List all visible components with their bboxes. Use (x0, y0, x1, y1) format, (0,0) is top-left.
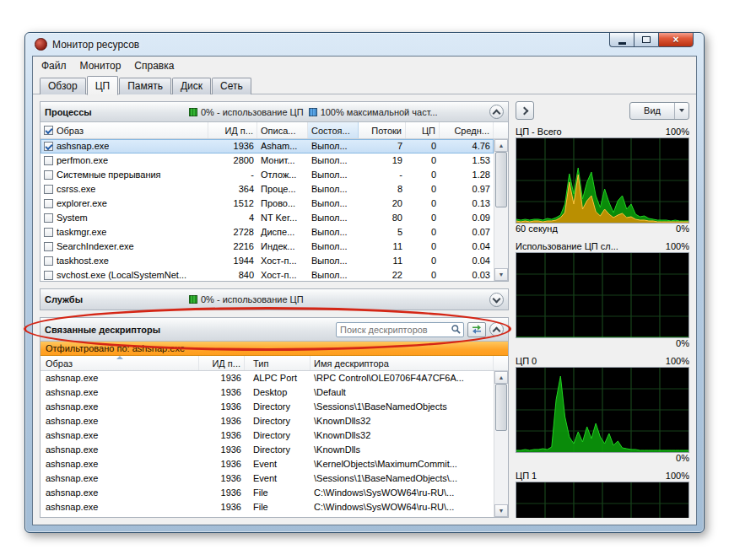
tab[interactable]: Сеть (212, 78, 251, 94)
scroll-up-button[interactable]: ▲ (494, 139, 508, 152)
process-row[interactable]: taskhost.exe 1944 Хост-п... Выпол... 11 … (40, 254, 494, 268)
process-row[interactable]: csrss.exe 364 Проце... Выпол... 8 0 0.97 (40, 182, 494, 197)
cell-image: ashsnap.exe (40, 371, 199, 385)
tab[interactable]: Диск (172, 78, 211, 94)
column-description[interactable]: Описа... (257, 122, 308, 138)
select-all-checkbox[interactable] (44, 126, 53, 135)
cell-status: Выпол... (308, 182, 359, 197)
tab[interactable]: Обзор (40, 78, 86, 94)
process-row[interactable]: ashsnap.exe 1936 Asham... Выпол... 7 0 4… (40, 139, 494, 153)
menu-item[interactable]: Справка (127, 58, 181, 73)
column-handle-pid[interactable]: ИД п... (199, 356, 245, 370)
scroll-down-button[interactable]: ▼ (494, 504, 508, 517)
collapse-charts-button[interactable] (516, 101, 534, 120)
search-input[interactable] (340, 325, 451, 335)
column-average-cpu[interactable]: Средн... (440, 122, 494, 138)
process-checkbox[interactable] (44, 242, 53, 251)
chart-title: ЦП 0 (516, 356, 537, 366)
cell-average-cpu: 1.53 (440, 153, 494, 168)
scroll-up-button[interactable]: ▲ (494, 371, 508, 384)
column-handle-image[interactable]: Образ (40, 356, 199, 370)
handle-row[interactable]: ashsnap.exe 1936 Directory \Sessions\1\B… (40, 400, 494, 414)
left-column: Процессы 0% - использование ЦП 100% макс… (40, 101, 509, 518)
handle-row[interactable]: ashsnap.exe 1936 Event \Sessions\1\BaseN… (40, 471, 494, 486)
cell-image: ashsnap.exe (40, 400, 199, 414)
process-row[interactable]: svchost.exe (LocalSystemNet... 840 Хост-… (40, 268, 494, 281)
handle-scrollbar[interactable]: ▲ ▼ (494, 371, 508, 517)
close-icon: × (672, 34, 678, 46)
column-handle-type[interactable]: Тип (245, 356, 310, 370)
view-button[interactable]: Вид (629, 102, 689, 120)
cell-status: Выпол... (308, 153, 359, 168)
column-cpu[interactable]: ЦП (406, 122, 440, 138)
triangle-up-icon: ▲ (499, 374, 505, 380)
close-button[interactable]: × (658, 32, 694, 47)
process-checkbox[interactable] (44, 213, 53, 223)
scrollbar-track[interactable] (494, 384, 508, 504)
view-dropdown-arrow[interactable] (674, 103, 688, 119)
handle-row[interactable]: ashsnap.exe 1936 Directory \KnownDlls32 (40, 414, 494, 428)
process-row[interactable]: taskmgr.exe 2728 Диспе... Выпол... 5 0 0… (40, 225, 494, 240)
handle-row[interactable]: ashsnap.exe 1936 ALPC Port \RPC Control\… (40, 371, 494, 385)
process-row[interactable]: System 4 NT Ker... Выпол... 80 0 0.09 (40, 211, 494, 225)
process-checkbox[interactable] (44, 256, 53, 266)
tab[interactable]: Память (119, 78, 171, 94)
process-row[interactable]: perfmon.exe 2800 Монит... Выпол... 19 0 … (40, 153, 494, 168)
handle-row[interactable]: ashsnap.exe 1936 Directory \KnownDlls (40, 443, 494, 457)
cell-status: Выпол... (308, 268, 359, 281)
handle-row[interactable]: ashsnap.exe 1936 Desktop \Default (40, 385, 494, 400)
maximize-button[interactable] (634, 32, 658, 47)
process-row[interactable]: Системные прерывания - Отлож... Выпол...… (40, 168, 494, 182)
max-frequency-legend: 100% максимальной част... (309, 107, 438, 117)
cell-cpu: 0 (406, 240, 440, 254)
process-checkbox[interactable] (44, 185, 53, 194)
handle-row[interactable]: ashsnap.exe 1936 Event \KernelObjects\Ma… (40, 457, 494, 471)
collapse-handles-button[interactable] (489, 322, 504, 337)
cell-cpu: 0 (406, 254, 440, 268)
process-row[interactable]: SearchIndexer.exe 2216 Индек... Выпол...… (40, 240, 494, 254)
scrollbar-track[interactable] (494, 152, 508, 268)
process-checkbox[interactable] (44, 142, 53, 151)
handle-search-box[interactable] (336, 322, 464, 337)
process-checkbox[interactable] (44, 170, 53, 180)
scrollbar-thumb[interactable] (495, 152, 507, 207)
cell-image: ashsnap.exe (40, 428, 199, 443)
cell-pid: 1944 (208, 254, 257, 268)
column-image[interactable]: Образ (40, 122, 208, 138)
cell-pid: 1512 (208, 197, 257, 211)
menu-item[interactable]: Монитор (73, 58, 128, 73)
minimize-button[interactable] (609, 32, 634, 47)
cell-average-cpu: 0.07 (440, 225, 494, 240)
menu-item[interactable]: Файл (35, 58, 73, 73)
scrollbar-thumb[interactable] (495, 384, 507, 431)
process-checkbox[interactable] (44, 271, 53, 280)
process-row[interactable]: explorer.exe 1512 Прово... Выпол... 20 0… (40, 197, 494, 211)
column-pid[interactable]: ИД п... (208, 122, 257, 138)
chart-min-label: 0% (676, 223, 689, 235)
refresh-search-button[interactable] (467, 322, 486, 337)
handle-list: ashsnap.exe 1936 ALPC Port \RPC Control\… (40, 371, 494, 517)
cell-pid: 1936 (199, 500, 245, 514)
process-checkbox[interactable] (44, 199, 53, 208)
column-handle-name[interactable]: Имя дескриптора (310, 356, 494, 370)
process-checkbox[interactable] (44, 228, 53, 237)
search-icon[interactable] (451, 324, 462, 335)
tab[interactable]: ЦП (87, 76, 119, 95)
cell-image: taskhost.exe (40, 254, 208, 268)
column-threads[interactable]: Потоки (359, 122, 406, 138)
collapse-processes-button[interactable] (489, 105, 504, 119)
cell-type: Directory (245, 400, 310, 414)
chart-time-label: 60 секунд (516, 223, 558, 235)
scroll-down-button[interactable]: ▼ (494, 268, 508, 281)
process-checkbox[interactable] (44, 156, 53, 165)
chart-min-label: 0% (676, 338, 689, 350)
handle-row[interactable]: ashsnap.exe 1936 File C:\Windows\SysWOW6… (40, 500, 494, 514)
cell-pid: 2216 (208, 240, 257, 254)
handle-row[interactable]: ashsnap.exe 1936 File C:\Windows\SysWOW6… (40, 486, 494, 500)
handle-row[interactable]: ashsnap.exe 1936 Directory \KnownDlls32 (40, 428, 494, 443)
expand-services-button[interactable] (489, 293, 504, 307)
process-scrollbar[interactable]: ▲ ▼ (494, 139, 508, 281)
cell-description: Хост-п... (257, 268, 308, 281)
column-status[interactable]: Состоя... (308, 122, 359, 138)
title-bar[interactable]: Монитор ресурсов × (32, 33, 697, 56)
